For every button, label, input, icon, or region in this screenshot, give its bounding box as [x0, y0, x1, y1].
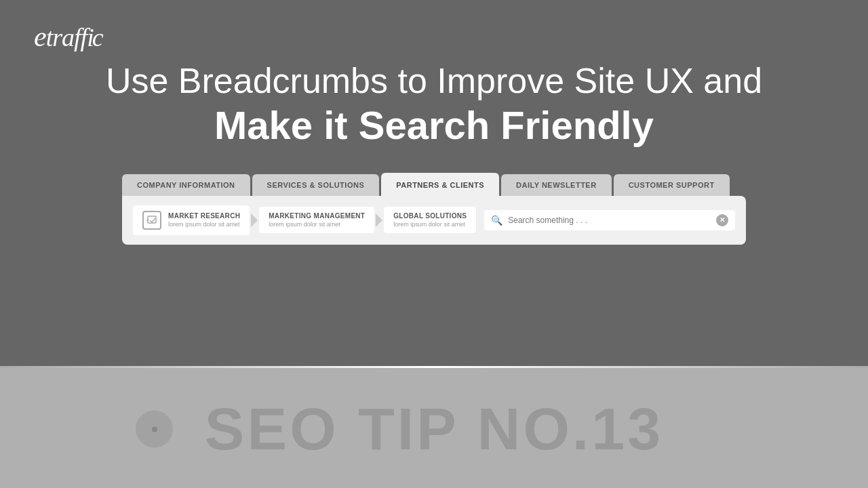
tab-support[interactable]: CUSTOMER SUPPORT — [614, 174, 730, 196]
tab-partners[interactable]: PARTNERS & CLIENTS — [381, 173, 499, 196]
headline-area: Use Breadcrumbs to Improve Site UX and M… — [34, 60, 834, 149]
breadcrumb-sub-1: lorem ipsum dolor sit amet — [168, 221, 240, 228]
breadcrumb-item-2[interactable]: MARKETING MANAGEMENT lorem ipsum dolor s… — [259, 207, 374, 233]
breadcrumb-title-1: MARKET RESEARCH — [168, 212, 240, 220]
breadcrumb-item-3[interactable]: GLOBAL SOLUTIONS lorem ipsum dolor sit a… — [384, 207, 476, 233]
top-section: etraffic Use Breadcrumbs to Improve Site… — [0, 0, 868, 366]
logo-text: etraffic — [34, 20, 103, 53]
breadcrumb-arrow-1 — [251, 214, 258, 227]
search-input[interactable] — [508, 216, 716, 225]
search-clear-button[interactable]: ✕ — [716, 214, 728, 226]
search-icon: 🔍 — [491, 215, 502, 226]
breadcrumb-icon-1 — [142, 211, 161, 230]
seo-tip-text: SEO TIP NO.13 — [205, 394, 663, 464]
breadcrumb-sub-3: lorem ipsum dolor sit amet — [393, 221, 467, 228]
breadcrumb-title-2: MARKETING MANAGEMENT — [269, 212, 365, 220]
circle-decoration — [136, 411, 173, 448]
breadcrumb-arrow-2 — [376, 214, 382, 227]
bottom-section: SEO TIP NO.13 — [0, 368, 868, 488]
headline-line1: Use Breadcrumbs to Improve Site UX and — [34, 60, 834, 102]
nav-tabs-container: COMPANY INFORMATION SERVICES & SOLUTIONS… — [122, 173, 746, 196]
breadcrumb-bar: MARKET RESEARCH lorem ipsum dolor sit am… — [122, 196, 746, 245]
tab-newsletter[interactable]: DAILY NEWSLETTER — [501, 174, 612, 196]
tab-services[interactable]: SERVICES & SOLUTIONS — [252, 174, 380, 196]
headline-line2: Make it Search Friendly — [34, 102, 834, 149]
tab-company[interactable]: COMPANY INFORMATION — [122, 174, 250, 196]
circle-inner — [152, 426, 157, 432]
breadcrumb-item-1[interactable]: MARKET RESEARCH lorem ipsum dolor sit am… — [133, 205, 250, 235]
search-container: 🔍 ✕ — [484, 210, 735, 230]
breadcrumb-title-3: GLOBAL SOLUTIONS — [393, 212, 467, 220]
logo: etraffic — [34, 20, 103, 53]
breadcrumb-sub-2: lorem ipsum dolor sit amet — [269, 221, 365, 228]
